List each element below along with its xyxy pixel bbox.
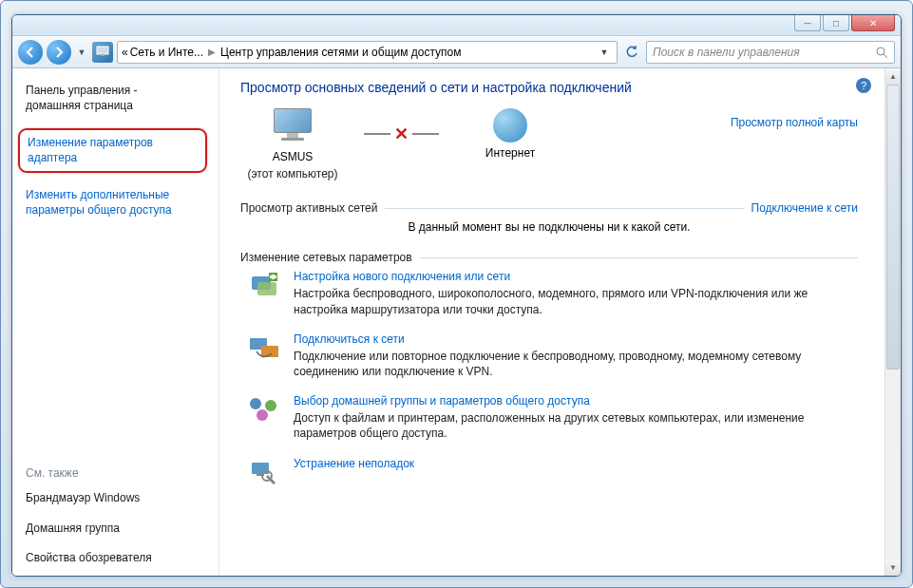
vertical-scrollbar[interactable]: ▲ ▼ xyxy=(884,68,901,576)
option-new-connection[interactable]: Настройка нового подключения или сети На… xyxy=(248,270,850,316)
search-placeholder: Поиск в панели управления xyxy=(653,46,800,59)
scroll-track[interactable] xyxy=(885,85,901,560)
page-title: Просмотр основных сведений о сети и наст… xyxy=(240,80,858,95)
option-homegroup-sharing[interactable]: Выбор домашней группы и параметров общег… xyxy=(248,394,850,441)
maximize-button[interactable]: □ xyxy=(823,15,849,31)
sidebar-see-also-header: См. также xyxy=(26,466,205,480)
svg-rect-5 xyxy=(257,282,276,295)
address-bar: ▼ « Сеть и Инте... ▶ Центр управления се… xyxy=(12,36,901,68)
scroll-thumb[interactable] xyxy=(886,85,900,370)
connect-network-icon xyxy=(248,332,280,365)
control-panel-icon xyxy=(92,42,113,63)
control-panel-window: ─ □ ✕ ▼ « Сеть и Инте... ▶ Центр управле… xyxy=(11,14,902,577)
network-node-internet: Интернет xyxy=(458,108,562,160)
computer-icon xyxy=(270,108,315,146)
svg-line-3 xyxy=(884,54,887,58)
titlebar: ─ □ ✕ xyxy=(12,15,901,36)
refresh-icon xyxy=(625,46,638,59)
breadcrumb-seg-2[interactable]: Центр управления сетями и общим доступом xyxy=(220,46,462,59)
option-title[interactable]: Подключиться к сети xyxy=(294,332,850,346)
sidebar-link-adapter-settings[interactable]: Изменение параметров адаптера xyxy=(18,128,207,173)
homegroup-icon xyxy=(248,394,280,427)
connection-line: ✕ xyxy=(364,108,439,144)
option-desc: Настройка беспроводного, широкополосного… xyxy=(294,286,850,316)
svg-rect-14 xyxy=(252,463,269,474)
option-troubleshoot[interactable]: Устранение неполадок xyxy=(248,457,850,489)
body: Панель управления - домашняя страница Из… xyxy=(12,68,901,576)
breadcrumb-seg-1[interactable]: Сеть и Инте... xyxy=(130,46,203,59)
sidebar: Панель управления - домашняя страница Из… xyxy=(12,68,219,576)
scroll-up-button[interactable]: ▲ xyxy=(885,68,901,85)
chevron-right-icon: ▶ xyxy=(205,47,219,57)
svg-point-13 xyxy=(257,409,268,421)
back-button[interactable] xyxy=(18,40,43,65)
help-icon[interactable]: ? xyxy=(856,78,871,93)
sidebar-link-homegroup[interactable]: Домашняя группа xyxy=(26,522,205,537)
breadcrumb-dropdown[interactable]: ▼ xyxy=(596,47,613,57)
sidebar-link-browser-properties[interactable]: Свойства обозревателя xyxy=(26,551,205,566)
svg-point-2 xyxy=(877,47,884,55)
breadcrumb-prefix: « xyxy=(122,46,128,59)
option-title[interactable]: Настройка нового подключения или сети xyxy=(294,270,850,283)
network-node-pc: ASMUS (этот компьютер) xyxy=(240,108,345,180)
change-settings-header: Изменение сетевых параметров xyxy=(240,251,858,264)
scroll-down-button[interactable]: ▼ xyxy=(885,560,901,576)
search-icon xyxy=(875,46,888,59)
full-map-link[interactable]: Просмотр полной карты xyxy=(731,116,858,129)
forward-button[interactable] xyxy=(47,40,71,65)
sidebar-link-firewall[interactable]: Брандмауэр Windows xyxy=(26,491,205,506)
disconnected-icon: ✕ xyxy=(394,123,409,144)
search-input[interactable]: Поиск в панели управления xyxy=(646,41,895,64)
arrow-right-icon xyxy=(53,47,65,58)
minimize-button[interactable]: ─ xyxy=(794,15,821,31)
close-button[interactable]: ✕ xyxy=(851,15,895,31)
sidebar-home[interactable]: Панель управления - домашняя страница xyxy=(26,84,205,113)
nav-history-dropdown[interactable]: ▼ xyxy=(75,40,88,65)
svg-rect-1 xyxy=(101,54,105,56)
option-title[interactable]: Выбор домашней группы и параметров общег… xyxy=(294,394,850,408)
option-desc: Доступ к файлам и принтерам, расположенн… xyxy=(294,410,850,441)
active-networks-header: Просмотр активных сетей Подключение к се… xyxy=(240,201,858,215)
svg-rect-8 xyxy=(270,275,276,278)
globe-icon xyxy=(493,108,527,142)
svg-point-12 xyxy=(265,400,276,411)
breadcrumb[interactable]: « Сеть и Инте... ▶ Центр управления сетя… xyxy=(117,41,618,64)
option-desc: Подключение или повторное подключение к … xyxy=(294,349,850,379)
no-connection-message: В данный момент вы не подключены ни к ка… xyxy=(240,220,858,234)
arrow-left-icon xyxy=(25,47,36,58)
svg-point-11 xyxy=(250,398,261,409)
option-title[interactable]: Устранение неполадок xyxy=(294,457,850,470)
svg-rect-0 xyxy=(97,47,108,54)
new-connection-icon xyxy=(248,270,280,302)
connect-link[interactable]: Подключение к сети xyxy=(751,201,858,215)
troubleshoot-icon xyxy=(248,457,280,489)
content-area: ? Просмотр основных сведений о сети и на… xyxy=(219,68,884,576)
option-connect-network[interactable]: Подключиться к сети Подключение или повт… xyxy=(248,332,850,379)
sidebar-link-sharing-settings[interactable]: Изменить дополнительные параметры общего… xyxy=(26,188,205,218)
refresh-button[interactable] xyxy=(621,46,642,59)
